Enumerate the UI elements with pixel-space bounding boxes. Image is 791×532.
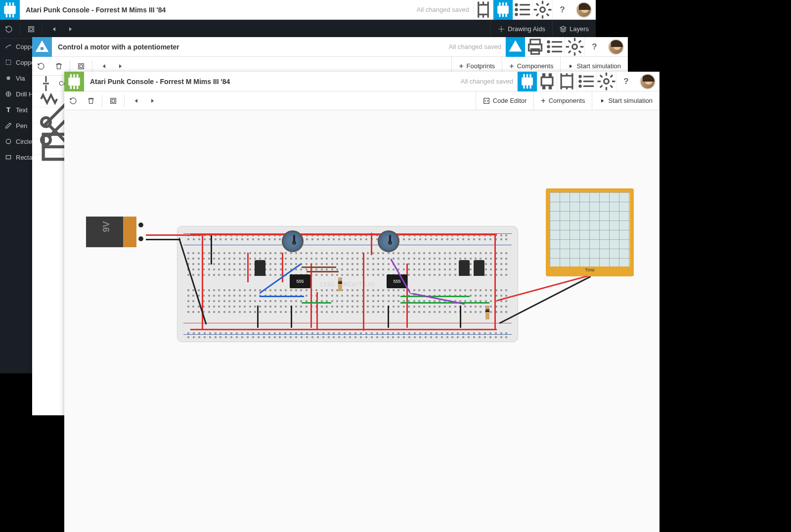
user-avatar[interactable] (608, 39, 624, 55)
components-button[interactable]: +Components (533, 91, 592, 110)
svg-rect-69 (541, 77, 553, 85)
wire-blue[interactable] (260, 296, 304, 297)
titlebar: Control a motor with a potentiometer All… (32, 37, 628, 57)
wire-black[interactable] (388, 306, 389, 328)
undo-button[interactable] (0, 20, 18, 39)
next-button[interactable] (62, 20, 80, 39)
help-button[interactable]: ? (584, 37, 604, 57)
wire-brown[interactable] (307, 271, 339, 272)
next-button[interactable] (144, 91, 162, 110)
user-avatar[interactable] (576, 2, 592, 18)
help-button[interactable]: ? (552, 0, 572, 20)
wire-red[interactable] (310, 264, 312, 328)
prev-button[interactable] (44, 20, 62, 39)
resistor-1[interactable] (338, 277, 342, 291)
svg-rect-57 (68, 77, 80, 86)
settings-button[interactable] (532, 0, 552, 20)
svg-rect-3 (6, 14, 7, 17)
potentiometer-2[interactable] (378, 230, 399, 252)
svg-point-45 (42, 118, 50, 127)
wire-black[interactable] (211, 235, 212, 265)
svg-rect-51 (70, 74, 72, 78)
scope-display (550, 192, 630, 266)
svg-point-27 (8, 78, 9, 79)
svg-rect-9 (502, 2, 504, 6)
settings-button[interactable] (565, 37, 584, 57)
drawing-aids-button[interactable]: Drawing Aids (490, 20, 552, 39)
svg-rect-7 (479, 5, 488, 15)
svg-rect-56 (77, 86, 78, 89)
svg-rect-79 (112, 99, 114, 102)
watermark: 123D.CIRCUITS.IO (320, 281, 375, 287)
save-status: All changed saved (449, 43, 501, 50)
wire-green[interactable] (302, 302, 331, 304)
circuit-canvas[interactable]: 9V 123D.CIRCUITS.IO (64, 110, 659, 532)
list-view-button[interactable] (513, 0, 532, 20)
fit-button[interactable] (104, 91, 122, 110)
drawing-aids-label: Drawing Aids (508, 25, 545, 33)
paper-view-button[interactable] (505, 37, 525, 57)
undo-button[interactable] (64, 91, 82, 110)
wire-red[interactable] (316, 292, 318, 329)
wire-black[interactable] (257, 306, 259, 328)
svg-rect-60 (529, 74, 531, 78)
schematic-view-button[interactable] (473, 0, 493, 20)
pcb-view-button[interactable] (557, 72, 576, 91)
fit-button[interactable] (22, 20, 40, 39)
wire-brown[interactable] (302, 266, 336, 268)
settings-button[interactable] (596, 72, 616, 91)
help-button[interactable]: ? (616, 72, 636, 91)
svg-point-18 (516, 4, 517, 5)
print-button[interactable] (525, 37, 545, 57)
svg-line-83 (391, 259, 410, 293)
pcb-view-button[interactable] (493, 0, 513, 20)
list-view-button[interactable] (545, 37, 565, 57)
svg-rect-5 (12, 14, 14, 17)
svg-rect-8 (499, 2, 500, 6)
breadboard-view-button[interactable] (517, 72, 537, 91)
code-editor-button[interactable]: Code Editor (476, 91, 534, 110)
svg-rect-23 (30, 28, 32, 30)
capacitor-2[interactable] (459, 260, 470, 276)
svg-rect-70 (561, 76, 572, 87)
wire-red[interactable] (494, 234, 496, 330)
breadboard-editor-window: Atari Punk Console - Forrest M Mims III … (64, 72, 659, 532)
battery-9v[interactable]: 9V (86, 217, 146, 247)
wire-black[interactable] (146, 239, 180, 240)
svg-rect-42 (79, 63, 84, 69)
wire-red[interactable] (363, 253, 364, 331)
svg-rect-61 (523, 86, 525, 89)
start-sim-button[interactable]: Start simulation (592, 91, 659, 110)
svg-rect-43 (80, 65, 82, 67)
svg-line-81 (179, 238, 206, 324)
svg-rect-55 (73, 86, 75, 89)
capacitor-3[interactable] (474, 260, 484, 276)
wire-black[interactable] (460, 306, 461, 328)
svg-rect-62 (527, 86, 528, 89)
breadboard[interactable]: 123D.CIRCUITS.IO (177, 226, 518, 342)
svg-rect-10 (505, 2, 507, 6)
svg-rect-1 (9, 2, 10, 6)
wire-red[interactable] (190, 329, 497, 330)
list-view-button[interactable] (576, 72, 596, 91)
svg-rect-25 (6, 60, 10, 64)
wire-black[interactable] (291, 306, 292, 328)
undo-button[interactable] (32, 57, 50, 76)
svg-point-39 (548, 46, 549, 47)
svg-rect-53 (77, 74, 78, 78)
delete-button[interactable] (82, 91, 100, 110)
resistor-2[interactable] (485, 306, 489, 319)
svg-rect-63 (529, 86, 531, 89)
svg-rect-30 (6, 156, 10, 159)
window-title: Atari Punk Console - Forrest M Mims III … (20, 6, 417, 14)
schematic-view-button[interactable] (537, 72, 557, 91)
potentiometer-1[interactable] (282, 230, 304, 252)
prev-button[interactable] (127, 91, 144, 110)
svg-rect-22 (29, 26, 34, 32)
wire-red[interactable] (190, 234, 497, 235)
wire-red[interactable] (371, 233, 372, 255)
user-avatar[interactable] (640, 74, 656, 89)
layers-button[interactable]: Layers (552, 20, 596, 39)
wire-red[interactable] (247, 253, 249, 282)
oscilloscope[interactable]: Time (546, 188, 634, 276)
